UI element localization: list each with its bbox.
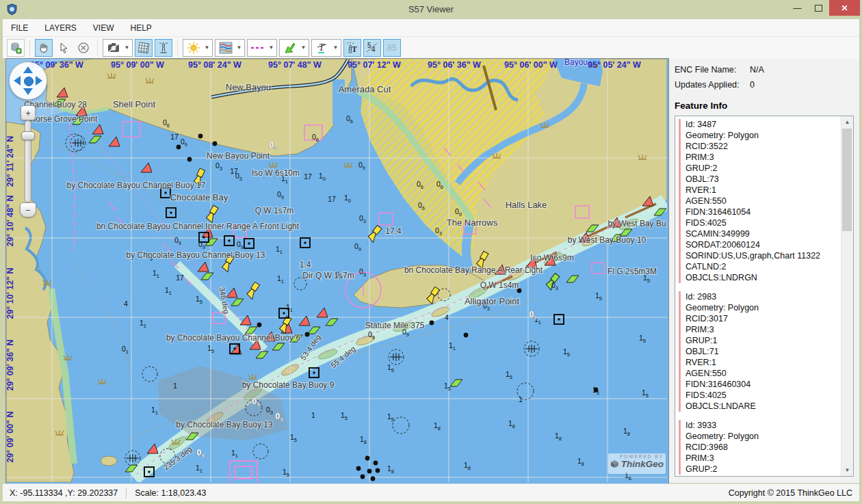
text-style-dropdown[interactable]: T ▼ — [311, 39, 341, 57]
svg-text:Shell Point: Shell Point — [113, 99, 156, 109]
title-bar: S57 Viewer — ✕ — [0, 0, 862, 19]
svg-text:95° 07' 48" W: 95° 07' 48" W — [268, 60, 322, 70]
pan-down-arrow-icon[interactable] — [23, 88, 33, 95]
add-data-button[interactable] — [7, 39, 25, 57]
camera-slash-icon — [107, 42, 120, 54]
zoom-in-button[interactable]: + — [21, 105, 36, 120]
boundary-style-dropdown[interactable]: ▼ — [247, 39, 277, 57]
scroll-down-arrow-icon[interactable]: ▼ — [841, 464, 853, 476]
thinkgeo-brand-label: ThinkGeo — [621, 459, 664, 469]
svg-text:1: 1 — [173, 382, 177, 390]
chevron-down-icon: ▼ — [122, 40, 132, 56]
pan-tool-button[interactable] — [35, 39, 53, 57]
svg-text:bn Chocolate Bayou Channel Inn: bn Chocolate Bayou Channel Inner Range A… — [96, 222, 300, 231]
powered-by-label: POWERED BY — [610, 454, 664, 459]
svg-text:95° 05' 24" W: 95° 05' 24" W — [588, 60, 641, 70]
text-style-icon: T — [315, 41, 329, 55]
visibility-dropdown[interactable]: ▼ — [103, 39, 133, 57]
svg-text:by Chocolate Bayou Channel Buo: by Chocolate Bayou Channel Buoy 17 — [67, 181, 206, 190]
svg-text:4: 4 — [445, 313, 449, 321]
cancel-tool-button[interactable] — [75, 39, 92, 57]
toolbar-separator — [29, 40, 30, 55]
updates-applied-value: 0 — [750, 80, 755, 90]
thinkgeo-cube-icon — [610, 460, 619, 468]
enc-file-name-value: N/A — [750, 65, 764, 75]
svg-text:95° 09' 00" W: 95° 09' 00" W — [111, 60, 164, 70]
lighthouse-icon — [157, 42, 170, 54]
sea-style-dropdown[interactable]: ▼ — [215, 39, 245, 57]
svg-text:4: 4 — [371, 46, 376, 53]
close-button[interactable]: ✕ — [829, 0, 860, 16]
pan-compass-control[interactable] — [9, 62, 47, 100]
maximize-button[interactable] — [808, 0, 829, 16]
hand-pan-icon — [38, 42, 50, 54]
svg-text:17: 17 — [170, 133, 179, 141]
scrollbar-thumb[interactable] — [842, 129, 852, 231]
feature-info-listbox[interactable]: Id: 3487Geometry: PolygonRCID:3522PRIM:3… — [675, 116, 854, 477]
svg-text:95° 08' 24" W: 95° 08' 24" W — [188, 60, 241, 70]
day-mode-dropdown[interactable]: ▼ — [183, 39, 213, 57]
menu-file[interactable]: FILE — [11, 23, 28, 33]
svg-text:by Chocolate Bay Buoy 9: by Chocolate Bay Buoy 9 — [242, 380, 335, 390]
svg-text:95° 07' 12" W: 95° 07' 12" W — [348, 60, 401, 70]
feature-info-scrollbar[interactable]: ▲ ▼ — [841, 116, 853, 476]
svg-text:by West Bay Bu: by West Bay Bu — [608, 219, 666, 228]
scroll-up-arrow-icon[interactable]: ▲ — [841, 116, 853, 128]
svg-text:by Chocolate Bay Buoy 13: by Chocolate Bay Buoy 13 — [176, 420, 273, 429]
green-arrow-icon — [283, 41, 297, 55]
svg-text:1: 1 — [519, 395, 523, 403]
feature-info-title: Feature Info — [675, 101, 854, 111]
sounding-85-toggle-button[interactable]: 85 — [383, 39, 401, 57]
feature-info-entry[interactable]: Id: 2983Geometry: PolygonRCID:3017PRIM:3… — [679, 291, 841, 412]
zoom-out-button[interactable]: − — [20, 202, 36, 217]
chevron-down-icon: ▼ — [330, 40, 341, 56]
svg-text:4: 4 — [124, 300, 128, 308]
svg-text:Dir Q W 1s7m: Dir Q W 1s7m — [302, 271, 354, 280]
svg-text:Statute Mile 375: Statute Mile 375 — [365, 321, 425, 330]
svg-text:17,4: 17,4 — [385, 226, 402, 236]
feature-info-entry[interactable]: Id: 3487Geometry: PolygonRCID:3522PRIM:3… — [679, 119, 841, 283]
circle-x-icon — [77, 41, 90, 55]
map-canvas[interactable]: 1709060617030310171117100909090911110311… — [5, 58, 669, 484]
svg-text:Fl G 2s5m3M: Fl G 2s5m3M — [608, 267, 657, 276]
light-label-toggle-button[interactable]: T — [343, 39, 361, 57]
svg-text:95° 06' 00" W: 95° 06' 00" W — [504, 60, 558, 70]
menu-view[interactable]: VIEW — [93, 23, 114, 33]
zoom-slider-handle[interactable] — [21, 131, 35, 140]
cursor-arrow-icon — [57, 42, 70, 54]
cursor-coordinates: X: -95.113334 ,Y: 29.202337 — [10, 488, 118, 498]
feature-info-entry[interactable]: Id: 3933Geometry: PolygonRCID:3968PRIM:3… — [679, 420, 841, 475]
svg-text:17: 17 — [304, 172, 312, 181]
svg-text:29° 11' 24" N: 29° 11' 24" N — [6, 136, 15, 187]
pan-center-button[interactable] — [24, 77, 34, 86]
side-panel: ENC File Name: N/A Updates Applied: 0 Fe… — [669, 58, 859, 483]
sounding-85-icon: 85 — [387, 43, 396, 53]
pan-up-arrow-icon[interactable] — [23, 66, 33, 73]
pointer-style-dropdown[interactable]: ▼ — [279, 39, 309, 57]
enc-file-name-label: ENC File Name: — [675, 65, 750, 75]
svg-text:New Bayou: New Bayou — [226, 82, 271, 92]
svg-text:Halls Lake: Halls Lake — [506, 200, 547, 210]
svg-text:Iso W 6s10m: Iso W 6s10m — [252, 168, 300, 178]
menu-layers[interactable]: LAYERS — [44, 23, 76, 33]
menu-help[interactable]: HELP — [130, 23, 151, 33]
svg-text:Alligator Point: Alligator Point — [465, 296, 520, 306]
lighthouse-toggle-button[interactable] — [155, 39, 172, 57]
svg-text:Chocolate Bay: Chocolate Bay — [170, 192, 228, 202]
pan-right-arrow-icon[interactable] — [36, 76, 42, 85]
select-tool-button[interactable] — [55, 39, 73, 57]
sea-chart-icon — [219, 42, 233, 54]
sounding-54-toggle-button[interactable]: 54 — [363, 39, 381, 57]
toolbar-separator — [97, 40, 98, 55]
copyright-text: Copyright © 2015 ThinkGeo LLC — [729, 488, 852, 498]
svg-text:T: T — [319, 42, 325, 53]
grid-toggle-button[interactable] — [135, 39, 153, 57]
dashed-line-icon — [250, 44, 265, 51]
status-bar: X: -95.113334 ,Y: 29.202337 Scale: 1:18,… — [3, 483, 859, 501]
svg-text:Horse Grove Point: Horse Grove Point — [30, 114, 98, 124]
lighthouse-text-icon: T — [345, 41, 359, 55]
minimize-button[interactable]: — — [787, 0, 808, 16]
svg-text:Q W 1s4m: Q W 1s4m — [480, 280, 519, 290]
svg-text:Q W 1s7m: Q W 1s7m — [255, 206, 294, 215]
pan-left-arrow-icon[interactable] — [14, 76, 21, 85]
